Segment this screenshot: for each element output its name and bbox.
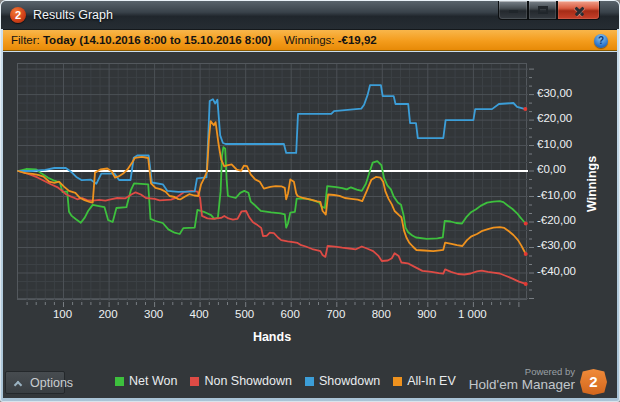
x-axis-title: Hands: [17, 330, 527, 344]
hm2-app-icon: 2: [10, 7, 26, 23]
y-tick-label: €30,00: [537, 87, 572, 99]
x-tick-label: 700: [326, 308, 345, 320]
bottom-bar: Options Net WonNon ShowdownShowdownAll-I…: [3, 366, 617, 398]
legend-label: Non Showdown: [204, 374, 292, 388]
x-tick-label: 500: [235, 308, 254, 320]
close-icon: [574, 5, 585, 16]
powered-by-text: Powered by: [525, 366, 575, 377]
legend-color-swatch: [190, 377, 199, 386]
y-axis-tick-labels: €30,00€20,00€10,00€0,00-€10,00-€20,00-€3…: [533, 63, 589, 300]
y-tick-label: €20,00: [537, 112, 572, 124]
y-tick-label: €10,00: [537, 138, 572, 150]
chart-panel: 1002003004005006007008009001 000 €30,00€…: [3, 52, 617, 398]
legend-item[interactable]: Non Showdown: [190, 374, 292, 388]
results-graph-window: 2 Results Graph Filter: Today (14.10.201…: [0, 0, 620, 402]
close-button[interactable]: [557, 1, 600, 20]
maximize-icon: [538, 6, 548, 14]
title-bar[interactable]: 2 Results Graph: [1, 1, 619, 29]
minimize-icon: [509, 10, 518, 13]
winnings-value: -€19,92: [338, 34, 377, 46]
window-title: Results Graph: [33, 8, 113, 22]
legend-item[interactable]: All-In EV: [393, 374, 456, 388]
x-axis-tick-labels: 1002003004005006007008009001 000: [17, 308, 527, 322]
y-tick-label: -€30,00: [537, 239, 576, 251]
chevron-up-icon: [14, 381, 22, 389]
legend-color-swatch: [393, 377, 402, 386]
filter-bar: Filter: Today (14.10.2016 8:00 to 15.10.…: [3, 29, 617, 51]
x-tick-label: 200: [98, 308, 117, 320]
x-tick-label: 300: [144, 308, 163, 320]
filter-label: Filter:: [11, 34, 40, 46]
x-tick-label: 100: [53, 308, 72, 320]
chart-legend: Net WonNon ShowdownShowdownAll-In EV: [115, 374, 456, 388]
maximize-button[interactable]: [528, 1, 557, 20]
hm2-logo-icon: 2: [580, 369, 607, 395]
plot-svg: [18, 64, 528, 301]
branding: Powered by Hold'em Manager 2: [461, 366, 611, 398]
x-tick-label: 900: [417, 308, 436, 320]
options-button[interactable]: Options: [5, 371, 65, 394]
y-axis-title: Winnings: [585, 146, 599, 222]
x-tick-label: 1 000: [458, 308, 487, 320]
y-tick-label: -€40,00: [537, 265, 576, 277]
x-tick-label: 800: [372, 308, 391, 320]
help-icon[interactable]: ?: [594, 34, 608, 48]
winnings-label: Winnings:: [284, 34, 335, 46]
legend-label: Net Won: [129, 374, 177, 388]
legend-item[interactable]: Showdown: [305, 374, 380, 388]
legend-item[interactable]: Net Won: [115, 374, 177, 388]
holdem-manager-text: Hold'em Manager: [469, 377, 575, 392]
x-tick-label: 400: [190, 308, 209, 320]
options-button-label: Options: [30, 376, 73, 390]
plot-area[interactable]: [17, 63, 527, 300]
filter-range: Today (14.10.2016 8:00 to 15.10.2016 8:0…: [43, 34, 272, 46]
y-tick-label: -€20,00: [537, 214, 576, 226]
x-tick-label: 600: [281, 308, 300, 320]
window-controls: [498, 1, 600, 20]
minimize-button[interactable]: [498, 1, 528, 20]
legend-label: Showdown: [319, 374, 380, 388]
y-tick-label: €0,00: [537, 163, 566, 175]
y-tick-label: -€10,00: [537, 189, 576, 201]
legend-color-swatch: [305, 377, 314, 386]
legend-color-swatch: [115, 377, 124, 386]
legend-label: All-In EV: [407, 374, 456, 388]
